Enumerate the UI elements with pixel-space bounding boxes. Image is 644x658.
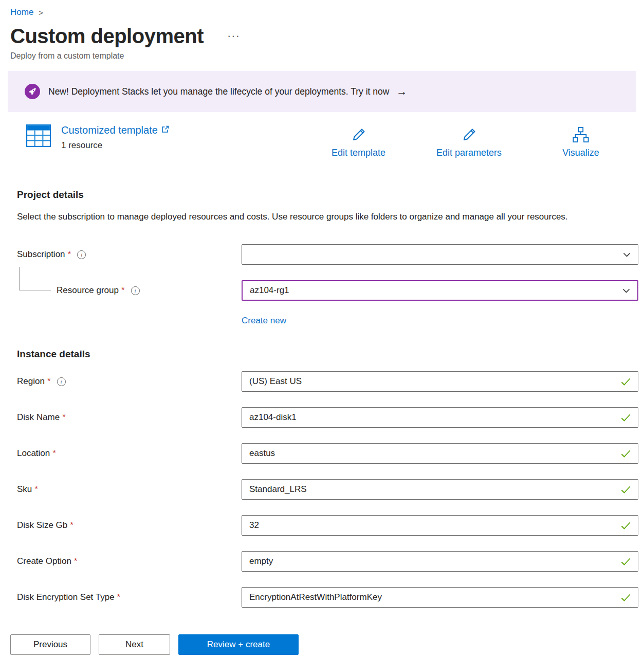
template-summary: Customized template 1 resource bbox=[26, 124, 169, 151]
pencil-icon bbox=[351, 126, 367, 143]
sku-input[interactable]: Standard_LRS bbox=[242, 479, 638, 500]
chevron-down-icon bbox=[622, 288, 630, 293]
edit-template-label: Edit template bbox=[321, 148, 396, 158]
rocket-icon bbox=[25, 84, 40, 99]
subscription-label: Subscription bbox=[17, 249, 65, 260]
resource-group-dropdown[interactable]: az104-rg1 bbox=[242, 280, 638, 301]
disk-size-label: Disk Size Gb bbox=[17, 520, 67, 531]
location-value: eastus bbox=[249, 448, 275, 459]
breadcrumb-separator-icon: > bbox=[39, 8, 43, 17]
region-input[interactable]: (US) East US bbox=[242, 371, 638, 392]
resource-group-row: Resource group * i az104-rg1 bbox=[17, 280, 644, 301]
custom-deployment-page: Home > Custom deployment ··· Deploy from… bbox=[0, 0, 644, 658]
footer-bar: Previous Next Review + create bbox=[0, 620, 644, 658]
sku-label: Sku bbox=[17, 484, 32, 495]
region-value: (US) East US bbox=[249, 376, 302, 387]
disk-name-row: Disk Name * az104-disk1 bbox=[17, 407, 644, 428]
region-label-group: Region * i bbox=[17, 376, 242, 387]
create-option-value: empty bbox=[249, 556, 273, 566]
next-button[interactable]: Next bbox=[99, 634, 170, 655]
resource-group-connector bbox=[19, 267, 51, 290]
disk-encryption-input[interactable]: EncryptionAtRestWithPlatformKey bbox=[242, 587, 638, 608]
required-asterisk: * bbox=[117, 592, 121, 602]
disk-name-label: Disk Name bbox=[17, 412, 60, 423]
pencil-icon bbox=[461, 126, 477, 143]
edit-template-button[interactable]: Edit template bbox=[321, 126, 396, 158]
valid-check-icon bbox=[621, 450, 631, 458]
breadcrumb-home-link[interactable]: Home bbox=[10, 7, 33, 17]
location-row: Location * eastus bbox=[17, 443, 644, 464]
visualize-button[interactable]: Visualize bbox=[553, 126, 609, 158]
region-label: Region bbox=[17, 376, 45, 387]
visualize-label: Visualize bbox=[553, 148, 609, 158]
disk-encryption-label: Disk Encryption Set Type bbox=[17, 592, 115, 602]
create-option-row: Create Option * empty bbox=[17, 551, 644, 572]
disk-encryption-set-type-row: Disk Encryption Set Type * EncryptionAtR… bbox=[17, 587, 644, 608]
project-details-form: Subscription * i Resource group * i az10… bbox=[17, 244, 644, 326]
template-icon bbox=[26, 124, 51, 151]
required-asterisk: * bbox=[34, 484, 38, 495]
template-name-label: Customized template bbox=[61, 124, 158, 136]
location-label: Location bbox=[17, 448, 50, 459]
valid-check-icon bbox=[621, 486, 631, 494]
create-new-link[interactable]: Create new bbox=[242, 316, 286, 326]
valid-check-icon bbox=[621, 558, 631, 565]
disk-encryption-value: EncryptionAtRestWithPlatformKey bbox=[249, 592, 382, 602]
create-option-label-group: Create Option * bbox=[17, 556, 242, 566]
subscription-label-group: Subscription * i bbox=[17, 249, 242, 260]
info-icon[interactable]: i bbox=[77, 250, 86, 259]
breadcrumb: Home > bbox=[0, 0, 644, 17]
disk-name-value: az104-disk1 bbox=[249, 412, 297, 423]
required-asterisk: * bbox=[68, 249, 71, 260]
previous-button[interactable]: Previous bbox=[10, 634, 90, 655]
disk-name-label-group: Disk Name * bbox=[17, 412, 242, 423]
required-asterisk: * bbox=[47, 376, 51, 387]
arrow-right-icon[interactable]: → bbox=[396, 85, 407, 98]
valid-check-icon bbox=[621, 378, 631, 386]
location-input[interactable]: eastus bbox=[242, 443, 638, 464]
edit-parameters-button[interactable]: Edit parameters bbox=[427, 126, 511, 158]
more-options-icon[interactable]: ··· bbox=[227, 29, 240, 43]
banner-text: New! Deployment Stacks let you manage th… bbox=[48, 86, 389, 97]
hierarchy-icon bbox=[572, 126, 590, 143]
template-summary-row: Customized template 1 resource bbox=[0, 124, 644, 167]
customized-template-link[interactable]: Customized template bbox=[61, 124, 169, 136]
external-link-icon bbox=[161, 125, 169, 133]
disk-size-label-group: Disk Size Gb * bbox=[17, 520, 242, 531]
info-icon[interactable]: i bbox=[57, 377, 66, 386]
sku-row: Sku * Standard_LRS bbox=[17, 479, 644, 500]
deployment-stacks-banner: New! Deployment Stacks let you manage th… bbox=[8, 71, 636, 112]
project-details-heading: Project details bbox=[17, 189, 644, 200]
edit-parameters-label: Edit parameters bbox=[427, 148, 511, 158]
review-create-button[interactable]: Review + create bbox=[178, 634, 299, 655]
region-row: Region * i (US) East US bbox=[17, 371, 644, 392]
chevron-down-icon bbox=[623, 252, 631, 257]
disk-name-input[interactable]: az104-disk1 bbox=[242, 407, 638, 428]
title-row: Custom deployment ··· bbox=[10, 24, 644, 48]
create-option-input[interactable]: empty bbox=[242, 551, 638, 572]
disk-size-input[interactable]: 32 bbox=[242, 515, 638, 536]
create-option-label: Create Option bbox=[17, 556, 71, 566]
subscription-row: Subscription * i bbox=[17, 244, 644, 265]
disk-encryption-label-group: Disk Encryption Set Type * bbox=[17, 592, 242, 602]
required-asterisk: * bbox=[74, 556, 78, 566]
required-asterisk: * bbox=[52, 448, 56, 459]
valid-check-icon bbox=[621, 522, 631, 529]
resource-group-label: Resource group bbox=[57, 285, 119, 296]
subscription-dropdown[interactable] bbox=[242, 244, 638, 265]
disk-size-row: Disk Size Gb * 32 bbox=[17, 515, 644, 536]
page-subtitle: Deploy from a custom template bbox=[10, 51, 644, 61]
resource-group-value: az104-rg1 bbox=[250, 285, 289, 296]
required-asterisk: * bbox=[62, 412, 66, 423]
required-asterisk: * bbox=[70, 520, 73, 531]
instance-details-heading: Instance details bbox=[17, 349, 644, 360]
valid-check-icon bbox=[621, 414, 631, 422]
page-title: Custom deployment bbox=[10, 24, 204, 48]
sku-value: Standard_LRS bbox=[249, 484, 307, 495]
disk-size-value: 32 bbox=[249, 520, 259, 531]
required-asterisk: * bbox=[121, 285, 125, 296]
template-text: Customized template 1 resource bbox=[61, 124, 169, 151]
location-label-group: Location * bbox=[17, 448, 242, 459]
info-icon[interactable]: i bbox=[131, 286, 140, 295]
instance-details-form: Region * i (US) East US Disk Name * az10… bbox=[17, 371, 644, 608]
